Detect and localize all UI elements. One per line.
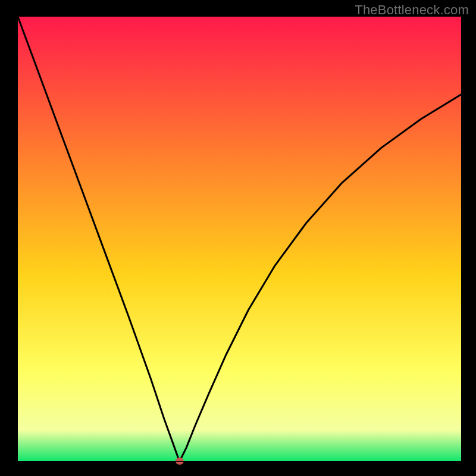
- watermark-text: TheBottleneck.com: [355, 2, 469, 18]
- plot-background: [18, 17, 461, 461]
- chart-frame: TheBottleneck.com: [0, 0, 476, 476]
- bottleneck-chart: [0, 0, 476, 476]
